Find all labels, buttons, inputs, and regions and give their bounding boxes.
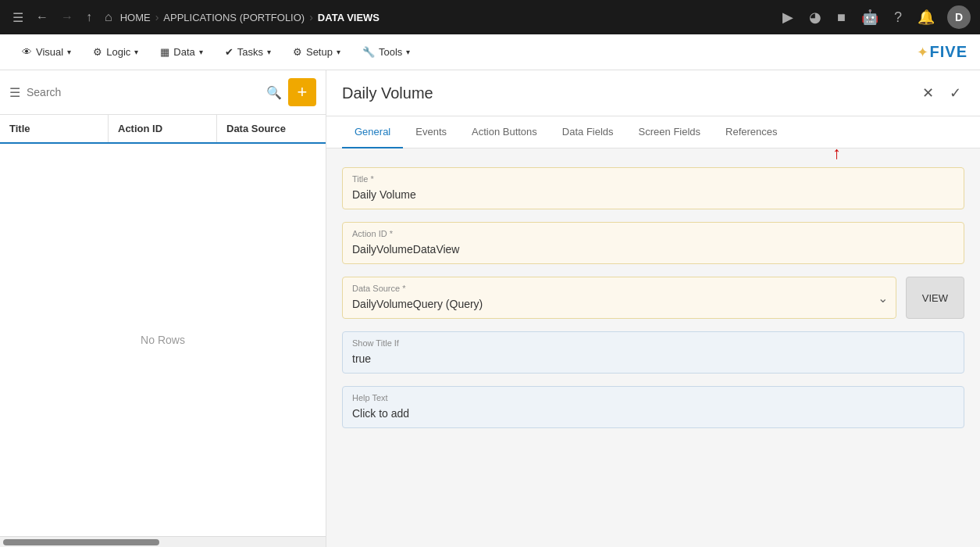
sec-nav-data[interactable]: ▦ Data ▾	[151, 41, 212, 63]
home-icon: ⌂	[102, 7, 116, 27]
right-panel: Daily Volume ✕ ✓ General Events Action B…	[326, 70, 980, 547]
visual-chevron: ▾	[67, 48, 71, 56]
action-id-field: Action ID * DailyVolumeDataView	[342, 222, 964, 264]
add-button[interactable]: +	[288, 78, 316, 106]
data-source-field: Data Source * DailyVolumeQuery (Query) ⌄	[342, 277, 896, 319]
tasks-icon: ✔	[225, 46, 233, 58]
tab-action-buttons[interactable]: Action Buttons	[459, 116, 550, 148]
avatar[interactable]: D	[947, 5, 971, 29]
five-logo: ✦ FIVE	[917, 43, 968, 61]
search-input[interactable]	[27, 86, 260, 98]
tools-icon: 🔧	[362, 46, 375, 58]
tab-references[interactable]: References	[713, 116, 789, 148]
confirm-button[interactable]: ✓	[946, 81, 964, 105]
sec-nav-visual[interactable]: 👁 Visual ▾	[12, 41, 80, 63]
logo-star-icon: ✦	[917, 44, 928, 61]
tools-chevron: ▾	[406, 48, 410, 56]
scrollbar[interactable]	[0, 536, 326, 547]
data-icon: ▦	[160, 46, 169, 58]
left-panel: ☰ 🔍 + Title Action ID Data Source No Row…	[0, 70, 326, 547]
tab-general[interactable]: General	[342, 116, 403, 148]
main-layout: ☰ 🔍 + Title Action ID Data Source No Row…	[0, 70, 980, 547]
right-header: Daily Volume ✕ ✓	[326, 70, 980, 116]
page-title: Daily Volume	[342, 84, 910, 102]
logo-text: FIVE	[930, 43, 968, 61]
sec-nav: 👁 Visual ▾ ⚙ Logic ▾ ▦ Data ▾ ✔ Tasks ▾ …	[0, 34, 980, 70]
sec-nav-tools[interactable]: 🔧 Tools ▾	[353, 41, 419, 63]
breadcrumb-home[interactable]: HOME	[120, 12, 151, 23]
play-button[interactable]: ▶	[779, 5, 796, 29]
col-data-source: Data Source	[217, 115, 326, 142]
forward-icon[interactable]: →	[58, 7, 77, 27]
breadcrumb-sep-2: ›	[309, 11, 313, 23]
table-header: Title Action ID Data Source	[0, 115, 326, 144]
sec-nav-setup[interactable]: ⚙ Setup ▾	[283, 41, 350, 63]
filter-icon[interactable]: ☰	[9, 85, 20, 100]
tab-events[interactable]: Events	[403, 116, 459, 148]
show-title-value[interactable]: true	[343, 349, 964, 373]
setup-icon: ⚙	[293, 46, 302, 58]
search-bar: ☰ 🔍 +	[0, 70, 326, 115]
tab-screen-fields[interactable]: Screen Fields	[626, 116, 713, 148]
data-chevron: ▾	[199, 48, 203, 56]
up-icon[interactable]: ↑	[83, 7, 95, 27]
setup-chevron: ▾	[337, 48, 340, 56]
logic-icon: ⚙	[93, 46, 102, 58]
action-id-value[interactable]: DailyVolumeDataView	[343, 240, 964, 263]
logic-chevron: ▾	[134, 48, 138, 56]
stop-button[interactable]: ■	[834, 6, 849, 29]
sec-nav-tasks[interactable]: ✔ Tasks ▾	[216, 41, 280, 63]
breadcrumb-dataviews[interactable]: DATA VIEWS	[318, 12, 380, 23]
help-text-label: Help Text	[343, 387, 964, 404]
search-icon[interactable]: 🔍	[266, 85, 282, 100]
data-source-value[interactable]: DailyVolumeQuery (Query)	[343, 295, 896, 318]
data-source-label: Data Source *	[343, 277, 896, 295]
bell-button[interactable]: 🔔	[914, 5, 938, 29]
view-button[interactable]: VIEW	[906, 277, 964, 319]
action-id-label: Action ID *	[343, 223, 964, 240]
close-button[interactable]: ✕	[919, 81, 937, 105]
form-area: Title * Daily Volume Action ID * DailyVo…	[326, 148, 980, 447]
eye-icon: 👁	[22, 46, 32, 58]
show-title-label: Show Title If	[343, 332, 964, 349]
data-source-row: Data Source * DailyVolumeQuery (Query) ⌄…	[342, 277, 964, 319]
help-text-field: Help Text Click to add	[342, 386, 964, 428]
title-field: Title * Daily Volume	[342, 167, 964, 209]
top-nav-actions: ▶ ◕ ■ 🤖 ? 🔔 D	[779, 5, 971, 29]
col-title: Title	[0, 115, 109, 142]
no-rows-message: No Rows	[0, 144, 326, 536]
show-title-field: Show Title If true	[342, 331, 964, 374]
title-value[interactable]: Daily Volume	[343, 185, 964, 209]
tasks-chevron: ▾	[267, 48, 271, 56]
scrollbar-thumb[interactable]	[3, 539, 159, 545]
bot-button[interactable]: 🤖	[858, 5, 882, 29]
tabs-bar: General Events Action Buttons Data Field…	[326, 116, 980, 148]
title-label: Title *	[343, 168, 964, 185]
help-text-value[interactable]: Click to add	[343, 404, 964, 427]
col-action-id: Action ID	[109, 115, 217, 142]
breadcrumb: ⌂ HOME › APPLICATIONS (PORTFOLIO) › DATA…	[102, 7, 773, 27]
top-nav: ☰ ← → ↑ ⌂ HOME › APPLICATIONS (PORTFOLIO…	[0, 0, 980, 34]
menu-icon[interactable]: ☰	[9, 7, 27, 28]
help-button[interactable]: ?	[891, 6, 905, 29]
back-icon[interactable]: ←	[33, 7, 52, 27]
breadcrumb-portfolio[interactable]: APPLICATIONS (PORTFOLIO)	[163, 12, 305, 23]
preview-button[interactable]: ◕	[806, 5, 825, 29]
chevron-down-icon[interactable]: ⌄	[878, 291, 888, 306]
sec-nav-logic[interactable]: ⚙ Logic ▾	[84, 41, 148, 63]
tab-data-fields[interactable]: Data Fields	[550, 116, 626, 148]
breadcrumb-sep-1: ›	[155, 11, 159, 23]
